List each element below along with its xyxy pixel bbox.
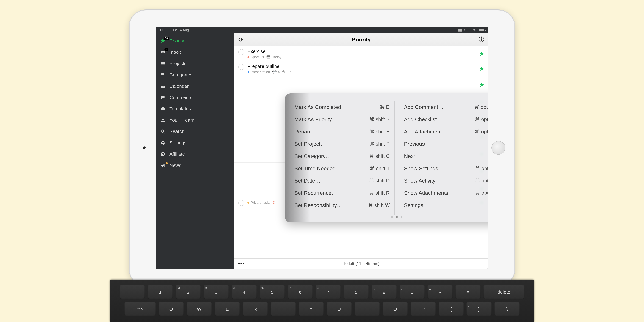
tray-icon: 2 [160,49,166,55]
megaphone-icon [160,162,166,168]
camera-dot [143,146,146,149]
priority-star-icon[interactable]: ★ [479,65,484,72]
task-checkbox[interactable] [238,200,244,206]
task-checkbox[interactable] [238,64,244,70]
sidebar-item-affiliate[interactable]: $ Affiliate [156,148,234,160]
sidebar-item-templates[interactable]: Templates [156,103,234,114]
more-icon[interactable]: ••• [238,260,245,267]
add-task-button[interactable]: ＋ [478,259,484,268]
hud-shortcut-row: Set Recurrence…⌘ shift R [294,187,390,199]
topbar: ⟳ Priority ⓘ [234,33,488,46]
key[interactable]: O [382,302,408,316]
key[interactable]: &7 [316,285,341,299]
hud-shortcut-row: Set Responsibility…⌘ shift W [294,199,390,211]
dnd-moon-icon: ☾ [464,28,467,32]
key[interactable]: @2 [176,285,201,299]
statusbar-date: Tue 14 Aug [171,28,189,32]
task-row[interactable]: Prepare outline Presentation 💬 4 ⏱ 2 h ★ [234,61,488,76]
hud-shortcut-keys: ⌘ option T [475,116,488,122]
inbox-badge: 2 [164,48,168,52]
hud-shortcut-row: Settings⌘ , [404,199,488,211]
key[interactable]: )0 [400,285,425,299]
key[interactable]: R [242,302,268,316]
key[interactable]: }] [466,302,492,316]
key[interactable]: |\ [494,302,520,316]
sidebar-item-comments[interactable]: Comments [156,92,234,103]
hud-shortcut-keys: ⌘ shift S [369,116,390,122]
physical-keyboard: ~`!1@2#3$4%5^6&7*8(9)0_-+=delete tabQWER… [110,280,534,322]
hud-shortcut-keys: ⌘ option C [474,104,488,110]
pager-dot[interactable] [396,216,398,218]
key[interactable]: {[ [438,302,464,316]
hud-shortcut-label: Add Checklist… [404,116,442,122]
task-meta: Presentation 💬 4 ⏱ 2 h [248,70,484,74]
sidebar-item-priority[interactable]: 10 Priority [156,35,234,46]
key[interactable]: U [326,302,352,316]
key[interactable]: E [214,302,240,316]
statusbar-time: 09:33 [159,28,168,32]
key[interactable]: !1 [148,285,173,299]
key[interactable]: %5 [260,285,285,299]
sidebar-item-calendar[interactable]: 14 Calendar [156,80,234,92]
sidebar-item-news[interactable]: News [156,160,234,171]
refresh-icon[interactable]: ⟳ [238,36,244,43]
gear-icon [160,140,166,146]
sidebar-item-categories[interactable]: Categories [156,69,234,80]
sidebar-item-projects[interactable]: Projects [156,58,234,69]
key[interactable]: I [354,302,380,316]
star-icon: 10 [160,38,166,44]
priority-star-icon[interactable]: ★ [479,50,484,57]
key[interactable]: += [456,285,481,299]
key[interactable]: P [410,302,436,316]
pager-dot[interactable] [400,216,402,218]
key[interactable]: T [270,302,296,316]
hud-shortcut-label: Set Date… [294,178,320,184]
calendar-chip-icon [266,55,270,59]
hud-shortcut-keys: ⌘ shift P [369,141,390,147]
people-icon [160,117,166,123]
key[interactable]: ~` [120,285,145,299]
hud-shortcut-keys: ⌘ D [380,104,390,110]
key[interactable]: (9 [372,285,397,299]
stack-icon [160,60,166,67]
hud-shortcut-row: Next⌘ ▼ [404,150,488,162]
key[interactable]: #3 [204,285,229,299]
hud-shortcut-row: Mark As Priority⌘ shift S [294,113,390,126]
hud-shortcut-label: Set Responsibility… [294,202,342,208]
key[interactable]: Q [159,302,184,316]
ipad-device-frame: 09:33 Tue 14 Aug ▮▯ ☾ 95% [128,10,516,286]
sidebar: 10 Priority 2 Inbox Projects [156,33,234,268]
sidebar-item-inbox[interactable]: 2 Inbox [156,46,234,58]
task-row[interactable]: Exercise Sport Today ★ [234,46,488,61]
hud-shortcut-label: Previous [404,141,425,147]
home-button[interactable] [492,141,505,155]
info-icon[interactable]: ⓘ [478,36,484,44]
task-row[interactable]: ★ [234,76,488,94]
key[interactable]: tab [124,302,156,316]
key[interactable]: delete [484,285,524,299]
sidebar-item-label: News [170,163,181,168]
sidebar-item-team[interactable]: You + Team [156,114,234,126]
key[interactable]: $4 [232,285,257,299]
sidebar-item-label: Settings [170,140,186,146]
key[interactable]: *8 [344,285,369,299]
hud-pager[interactable] [294,216,488,218]
key[interactable]: ^6 [288,285,313,299]
hud-shortcut-row: Rename…⌘ shift E [294,126,390,138]
hud-shortcut-label: Rename… [294,128,320,135]
hud-shortcut-row: Mark As Completed⌘ D [294,101,390,113]
hud-shortcut-label: Add Attachment… [404,128,447,135]
task-checkbox[interactable] [238,49,244,55]
briefcase-icon [160,106,166,112]
hud-shortcut-label: Mark As Completed [294,104,341,110]
sidebar-item-search[interactable]: Search [156,126,234,137]
hud-shortcut-label: Show Activity [404,178,436,184]
sidebar-item-settings[interactable]: Settings [156,137,234,148]
priority-star-icon[interactable]: ★ [479,81,484,88]
key[interactable]: W [187,302,212,316]
svg-point-8 [161,130,164,132]
key[interactable]: Y [298,302,324,316]
key[interactable]: _- [428,285,453,299]
pager-dot[interactable] [391,216,393,218]
hud-shortcut-keys: ⌘ shift C [369,153,390,159]
